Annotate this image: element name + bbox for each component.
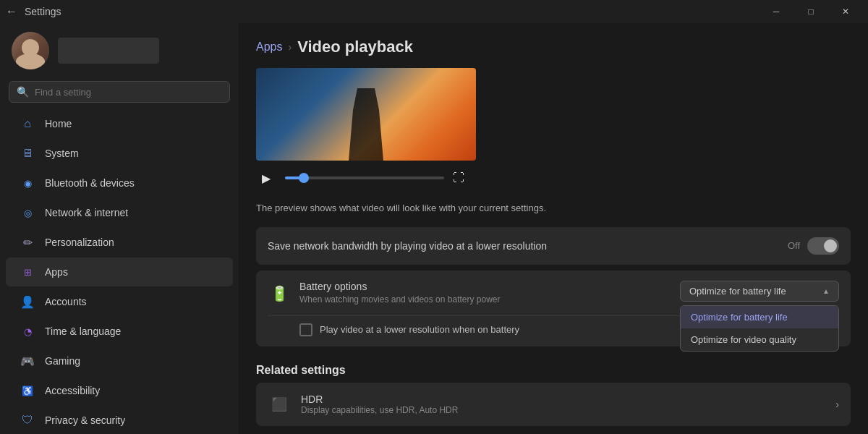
sidebar-item-label: Home	[45, 118, 72, 129]
user-section	[0, 23, 239, 78]
main-layout: 🔍 ⌂ Home 🖥 System ◉ Bluetooth & devices …	[0, 23, 868, 434]
battery-subtitle: When watching movies and videos on batte…	[299, 294, 671, 305]
home-icon: ⌂	[20, 116, 35, 131]
sidebar-nav: ⌂ Home 🖥 System ◉ Bluetooth & devices ◎ …	[0, 109, 239, 434]
sidebar-item-network[interactable]: ◎ Network & internet	[6, 198, 233, 227]
play-button[interactable]: ▶	[256, 168, 276, 188]
sidebar-item-label: Accessibility	[45, 385, 100, 396]
battery-setting-card: 🔋 Battery options When watching movies a…	[256, 271, 851, 346]
sidebar-item-label: Time & language	[45, 326, 121, 337]
video-progress-bar[interactable]	[285, 176, 444, 179]
apps-icon: ⊞	[20, 265, 35, 279]
breadcrumb-separator: ›	[288, 41, 292, 53]
sidebar-item-privacy[interactable]: 🛡 Privacy & security	[6, 406, 233, 434]
sidebar-item-accounts[interactable]: 👤 Accounts	[6, 287, 233, 316]
bandwidth-toggle[interactable]	[807, 237, 839, 255]
sidebar-item-apps[interactable]: ⊞ Apps	[6, 258, 233, 286]
sidebar-item-label: Bluetooth & devices	[45, 177, 135, 189]
accounts-icon: 👤	[20, 294, 35, 309]
sidebar-item-accessibility[interactable]: ♿ Accessibility	[6, 376, 233, 405]
sidebar-item-label: Accounts	[45, 296, 87, 307]
breadcrumb: Apps › Video playback	[239, 23, 868, 68]
hdr-title: HDR	[301, 393, 825, 405]
battery-icon-wrap: 🔋	[268, 282, 291, 305]
titlebar: ← Settings ─ □ ✕	[0, 0, 868, 23]
user-name-block	[58, 38, 159, 64]
titlebar-left: ← Settings	[6, 5, 61, 18]
sidebar-item-bluetooth[interactable]: ◉ Bluetooth & devices	[6, 169, 233, 197]
minimize-button[interactable]: ─	[760, 0, 793, 23]
battery-text: Battery options When watching movies and…	[299, 281, 671, 305]
titlebar-title: Settings	[25, 6, 61, 17]
hdr-subtitle: Display capabilities, use HDR, Auto HDR	[301, 405, 825, 415]
sidebar: 🔍 ⌂ Home 🖥 System ◉ Bluetooth & devices …	[0, 23, 239, 434]
battery-checkbox[interactable]	[299, 323, 312, 336]
close-button[interactable]: ✕	[829, 0, 862, 23]
avatar-image	[12, 32, 49, 69]
search-input[interactable]	[35, 87, 222, 98]
avatar	[12, 32, 49, 69]
search-box[interactable]: 🔍	[9, 81, 230, 103]
sidebar-item-label: Network & internet	[45, 207, 128, 218]
back-button[interactable]: ←	[6, 5, 17, 18]
search-icon: 🔍	[17, 86, 29, 98]
bandwidth-setting-row: Save network bandwidth by playing video …	[256, 227, 851, 265]
sidebar-item-label: Privacy & security	[45, 414, 125, 426]
battery-dropdown-wrap: Optimize for battery life ▲ Optimize for…	[680, 281, 839, 302]
toggle-off-label: Off	[788, 240, 800, 251]
breadcrumb-parent[interactable]: Apps	[256, 41, 282, 54]
bandwidth-label: Save network bandwidth by playing video …	[268, 240, 788, 252]
dropdown-option-1[interactable]: Optimize for battery life	[681, 306, 838, 328]
sidebar-item-gaming[interactable]: 🎮 Gaming	[6, 346, 233, 375]
dropdown-selected-label: Optimize for battery life	[689, 286, 786, 297]
chevron-up-icon: ▲	[822, 287, 830, 295]
battery-title: Battery options	[299, 281, 671, 292]
bandwidth-setting-card: Save network bandwidth by playing video …	[256, 227, 851, 265]
breadcrumb-current: Video playback	[297, 38, 413, 56]
hdr-icon: ⬛	[271, 396, 287, 412]
hdr-setting-row[interactable]: ⬛ HDR Display capabilities, use HDR, Aut…	[256, 383, 851, 426]
accessibility-icon: ♿	[20, 383, 35, 398]
video-description: The preview shows what video will look l…	[239, 195, 745, 227]
battery-icon: 🔋	[271, 285, 289, 302]
dropdown-option-2[interactable]: Optimize for video quality	[681, 328, 838, 351]
battery-options-row: 🔋 Battery options When watching movies a…	[256, 271, 851, 315]
battery-dropdown-button[interactable]: Optimize for battery life ▲	[680, 281, 839, 302]
time-icon: ◔	[20, 324, 35, 339]
chevron-right-icon: ›	[835, 399, 839, 410]
fullscreen-button[interactable]: ⛶	[453, 171, 464, 184]
gaming-icon: 🎮	[20, 354, 35, 368]
video-preview	[256, 68, 476, 161]
video-controls: ▶ ⛶	[239, 161, 868, 195]
sidebar-item-time[interactable]: ◔ Time & language	[6, 317, 233, 346]
video-progress-thumb	[299, 173, 309, 183]
sidebar-item-personalization[interactable]: ✏ Personalization	[6, 228, 233, 257]
hdr-icon-wrap: ⬛	[268, 393, 291, 416]
sidebar-item-label: Apps	[45, 266, 68, 278]
content-area: Apps › Video playback ▶ ⛶ The preview sh…	[239, 23, 868, 434]
bandwidth-control: Off	[788, 237, 839, 255]
network-icon: ◎	[20, 205, 35, 220]
hdr-text: HDR Display capabilities, use HDR, Auto …	[301, 393, 825, 415]
bluetooth-icon: ◉	[20, 176, 35, 190]
related-settings-title: Related settings	[239, 352, 868, 383]
personalization-icon: ✏	[20, 235, 35, 250]
sidebar-item-home[interactable]: ⌂ Home	[6, 109, 233, 138]
sidebar-item-label: Personalization	[45, 237, 114, 248]
sidebar-item-system[interactable]: 🖥 System	[6, 139, 233, 168]
maximize-button[interactable]: □	[794, 0, 827, 23]
titlebar-controls: ─ □ ✕	[760, 0, 862, 23]
checkbox-label: Play video at a lower resolution when on…	[320, 324, 519, 335]
sidebar-item-label: Gaming	[45, 355, 80, 367]
toggle-knob	[824, 239, 837, 252]
sidebar-item-label: System	[45, 148, 79, 159]
privacy-icon: 🛡	[20, 413, 35, 427]
battery-dropdown-menu: Optimize for battery life Optimize for v…	[680, 305, 839, 352]
video-person-silhouette	[344, 88, 388, 161]
system-icon: 🖥	[20, 146, 35, 161]
